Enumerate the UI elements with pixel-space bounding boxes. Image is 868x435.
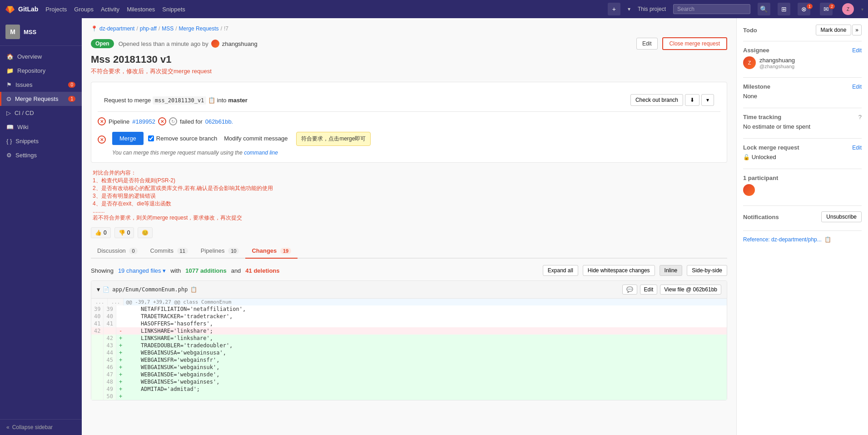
breadcrumb-dept[interactable]: dz-department	[99, 25, 134, 32]
remove-source-branch-checkbox[interactable]	[148, 135, 154, 141]
diff-content: WEBGAINSUSA='webgainsusa',	[125, 349, 726, 356]
breadcrumb-sep1: /	[136, 25, 138, 32]
tab-commits[interactable]: Commits 11	[144, 244, 194, 259]
assignee-name[interactable]: zhangshuang	[759, 57, 795, 64]
merge-request-bar: Request to merge mss_20181130_v1 📋 into …	[98, 89, 720, 112]
changed-files-link[interactable]: 19 changed files ▾	[118, 267, 166, 274]
time-tracking-help-icon[interactable]: ?	[858, 114, 862, 120]
inline-view-button[interactable]: Inline	[660, 265, 683, 276]
copy-reference-icon[interactable]: 📋	[824, 236, 831, 243]
pipeline-link[interactable]: #189952	[132, 118, 155, 125]
modify-commit-button[interactable]: Modify commit message	[222, 133, 290, 144]
collapse-diff-icon[interactable]: ▼	[97, 286, 100, 293]
breadcrumb-mr[interactable]: Merge Requests	[179, 25, 219, 32]
thumbsup-button[interactable]: 👍 0	[91, 227, 111, 238]
breadcrumb-php-aff[interactable]: php-aff	[140, 25, 157, 32]
tab-changes[interactable]: Changes 19	[245, 244, 298, 259]
and-text: and	[231, 267, 241, 274]
review-item-4: 4、是否存在exit、die等退出函数	[93, 200, 727, 208]
sidebar-item-cicd[interactable]: ▷ CI / CD	[0, 106, 82, 120]
comment-file-button[interactable]: 💬	[622, 285, 637, 295]
hide-whitespace-button[interactable]: Hide whitespace changes	[583, 265, 655, 276]
new-item-button[interactable]: +	[608, 3, 620, 15]
command-line-link[interactable]: command line	[244, 150, 278, 156]
add-reaction-button[interactable]: 😊	[138, 227, 153, 238]
nav-projects[interactable]: Projects	[45, 6, 67, 13]
sidebar-item-overview[interactable]: 🏠 Overview	[0, 50, 82, 64]
mark-done-dropdown[interactable]: »	[852, 25, 862, 35]
assignee-edit-link[interactable]: Edit	[852, 47, 862, 54]
edit-mr-button[interactable]: Edit	[636, 38, 658, 50]
milestone-edit-link[interactable]: Edit	[852, 84, 862, 90]
unsubscribe-button[interactable]: Unsubscribe	[821, 211, 862, 222]
sidebar-header: M MSS	[0, 18, 82, 46]
nav-plus-dropdown[interactable]: ▾	[628, 6, 630, 12]
thumbsdown-button[interactable]: 👎 0	[114, 227, 134, 238]
sidebar-item-repository[interactable]: 📁 Repository	[0, 64, 82, 78]
diff-line-row: 45+ WEBGAINSFR='webgainsfr',	[91, 356, 727, 364]
pipeline-commit-link[interactable]: 062b61bb.	[205, 118, 233, 125]
copy-file-icon[interactable]: 📋	[190, 286, 197, 293]
nav-activity[interactable]: Activity	[101, 6, 119, 13]
mark-done-group: Mark done »	[816, 25, 862, 35]
mark-done-button[interactable]: Mark done	[816, 25, 852, 35]
changed-files-dropdown[interactable]: ▾	[163, 267, 166, 274]
sidebar-item-issues[interactable]: ⚑ Issues 0	[0, 78, 82, 92]
copy-branch-icon[interactable]: 📋	[208, 97, 215, 104]
collapse-sidebar-button[interactable]: « Collapse sidebar	[6, 424, 75, 430]
lock-edit-link[interactable]: Edit	[852, 145, 862, 151]
participant-avatar[interactable]	[743, 184, 755, 196]
sidebar-item-settings[interactable]: ⚙ Settings	[0, 148, 82, 162]
divider-5	[743, 169, 862, 169]
breadcrumb-mss[interactable]: MSS	[162, 25, 174, 32]
sidebar-item-wiki[interactable]: 📖 Wiki	[0, 120, 82, 134]
user-avatar[interactable]: Z	[842, 3, 854, 15]
tab-discussion[interactable]: Discussion 0	[91, 244, 144, 259]
mr-chinese-note: 不符合要求，修改后，再次提交merge request	[91, 67, 727, 75]
diff-line-row: 4040 TRADETRACKER='tradetracker',	[91, 313, 727, 320]
merge-button[interactable]: Merge	[112, 132, 144, 145]
checkout-branch-button[interactable]: Check out branch	[630, 94, 683, 106]
changed-files-text: changed files	[126, 267, 161, 274]
tab-pipelines-label: Pipelines	[201, 247, 225, 254]
checkout-dropdown-button[interactable]: ⬇	[685, 94, 699, 106]
sidebar-item-label: Settings	[15, 152, 37, 159]
search-button[interactable]: 🔍	[758, 3, 770, 15]
todo-title: Todo	[743, 27, 757, 34]
diff-line-row: 50+	[91, 393, 727, 400]
merge-actions: Merge Remove source branch Modify commit…	[112, 132, 290, 156]
panel-toggle-button[interactable]: ⊞	[778, 3, 790, 15]
pipeline-text: Pipeline	[109, 118, 129, 125]
side-by-side-button[interactable]: Side-by-side	[687, 265, 727, 276]
remove-source-branch-label[interactable]: Remove source branch	[148, 135, 217, 142]
search-input[interactable]	[673, 4, 750, 14]
logo[interactable]: GitLab	[5, 4, 38, 15]
issues-icon: ⚑	[6, 81, 12, 88]
sidebar-item-snippets[interactable]: { } Snippets	[0, 134, 82, 148]
view-file-button[interactable]: View file @ 062b61bb	[660, 285, 721, 295]
assignee-handle: @zhangshuang	[759, 64, 795, 69]
expand-all-button[interactable]: Expand all	[543, 265, 578, 276]
thumbsup-icon: 👍	[95, 230, 102, 236]
nav-milestones[interactable]: Milestones	[127, 6, 155, 13]
divider-1	[743, 41, 862, 41]
notifications-indicator[interactable]: ✉ 2	[820, 3, 835, 15]
tab-commits-count: 11	[177, 248, 188, 254]
tab-pipelines[interactable]: Pipelines 10	[194, 244, 246, 259]
nav-groups[interactable]: Groups	[74, 6, 94, 13]
mr-badge: 1	[807, 4, 813, 9]
user-dropdown-arrow[interactable]: ▾	[861, 7, 863, 12]
diff-line-row: 43+ TRADEDOUBLER='tradedoubler',	[91, 342, 727, 349]
diff-old-num	[91, 364, 104, 371]
author-name[interactable]: zhangshuang	[222, 40, 258, 47]
nav-snippets[interactable]: Snippets	[162, 6, 185, 13]
diff-content: LINKSHARE='linkshare',	[125, 335, 726, 342]
merge-request-indicator[interactable]: ⊗ 1	[798, 3, 813, 15]
diff-old-num: 39	[91, 305, 104, 313]
edit-file-button[interactable]: Edit	[640, 285, 658, 295]
sidebar-item-merge-requests[interactable]: ⊙ Merge Requests 1	[0, 92, 82, 106]
checkout-more-button[interactable]: ▾	[701, 94, 714, 106]
close-mr-button[interactable]: Close merge request	[662, 37, 727, 50]
source-branch[interactable]: mss_20181130_v1	[153, 96, 206, 105]
diff-old-num	[91, 393, 104, 400]
